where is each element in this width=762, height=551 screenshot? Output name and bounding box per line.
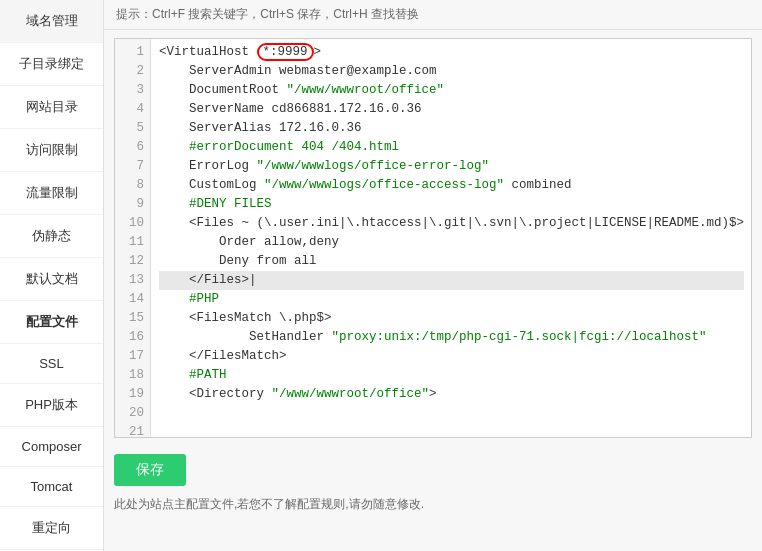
sidebar-item-fake-static[interactable]: 伪静态 <box>0 215 103 258</box>
line-number-2: 2 <box>121 62 144 81</box>
code-line-22: <Directory "/www/wwwroot/office"> <box>159 385 744 404</box>
hint-bar: 提示：Ctrl+F 搜索关键字，Ctrl+S 保存，Ctrl+H 查找替换 <box>104 0 762 30</box>
line-numbers: 12345678910111213141516171819202122 <box>115 39 151 438</box>
sidebar-item-website-dir[interactable]: 网站目录 <box>0 86 103 129</box>
main-content: 提示：Ctrl+F 搜索关键字，Ctrl+S 保存，Ctrl+H 查找替换 12… <box>104 0 762 551</box>
line-number-4: 4 <box>121 100 144 119</box>
bottom-bar: 保存 <box>104 446 762 490</box>
code-line-18: SetHandler "proxy:unix:/tmp/php-cgi-71.s… <box>159 328 744 347</box>
sidebar-item-tomcat[interactable]: Tomcat <box>0 467 103 507</box>
code-line-12: Order allow,deny <box>159 233 744 252</box>
code-lines[interactable]: <VirtualHost *:9999> ServerAdmin webmast… <box>151 39 752 438</box>
code-line-19: </FilesMatch> <box>159 347 744 366</box>
line-number-8: 8 <box>121 176 144 195</box>
code-line-7: ErrorLog "/www/wwwlogs/office-error-log" <box>159 157 744 176</box>
sidebar: 域名管理子目录绑定网站目录访问限制流量限制伪静态默认文档配置文件SSLPHP版本… <box>0 0 104 551</box>
code-line-13: Deny from all <box>159 252 744 271</box>
code-line-16: #PHP <box>159 290 744 309</box>
virtualhost-port: *:9999 <box>257 43 314 61</box>
code-line-6: #errorDocument 404 /404.html <box>159 138 744 157</box>
code-line-2: ServerAdmin webmaster@example.com <box>159 62 744 81</box>
line-number-11: 11 <box>121 233 144 252</box>
line-number-10: 10 <box>121 214 144 233</box>
line-number-3: 3 <box>121 81 144 100</box>
line-number-13: 13 <box>121 271 144 290</box>
sidebar-item-php-version[interactable]: PHP版本 <box>0 384 103 427</box>
code-line-10: #DENY FILES <box>159 195 744 214</box>
save-button[interactable]: 保存 <box>114 454 186 486</box>
footer-note-text: 此处为站点主配置文件,若您不了解配置规则,请勿随意修改. <box>114 497 424 511</box>
line-number-21: 21 <box>121 423 144 438</box>
sidebar-item-access-limit[interactable]: 访问限制 <box>0 129 103 172</box>
line-number-20: 20 <box>121 404 144 423</box>
line-number-12: 12 <box>121 252 144 271</box>
line-number-7: 7 <box>121 157 144 176</box>
sidebar-item-config-file[interactable]: 配置文件 <box>0 301 103 344</box>
code-editor[interactable]: 12345678910111213141516171819202122 <Vir… <box>114 38 752 438</box>
code-line-21: #PATH <box>159 366 744 385</box>
code-area: 12345678910111213141516171819202122 <Vir… <box>115 39 751 438</box>
code-line-14: </Files>| <box>159 271 744 290</box>
line-number-16: 16 <box>121 328 144 347</box>
sidebar-item-domain-manage[interactable]: 域名管理 <box>0 0 103 43</box>
sidebar-item-redirect[interactable]: 重定向 <box>0 507 103 550</box>
sidebar-item-ssl[interactable]: SSL <box>0 344 103 384</box>
code-line-3: DocumentRoot "/www/wwwroot/office" <box>159 81 744 100</box>
code-line-4: ServerName cd866881.172.16.0.36 <box>159 100 744 119</box>
hint-text: 提示：Ctrl+F 搜索关键字，Ctrl+S 保存，Ctrl+H 查找替换 <box>116 7 419 21</box>
line-number-5: 5 <box>121 119 144 138</box>
code-line-8: CustomLog "/www/wwwlogs/office-access-lo… <box>159 176 744 195</box>
sidebar-item-subdir-bind[interactable]: 子目录绑定 <box>0 43 103 86</box>
line-number-6: 6 <box>121 138 144 157</box>
footer-note: 此处为站点主配置文件,若您不了解配置规则,请勿随意修改. <box>104 490 762 519</box>
line-number-18: 18 <box>121 366 144 385</box>
sidebar-item-default-doc[interactable]: 默认文档 <box>0 258 103 301</box>
code-line-5: ServerAlias 172.16.0.36 <box>159 119 744 138</box>
code-line-1: <VirtualHost *:9999> <box>159 43 744 62</box>
line-number-15: 15 <box>121 309 144 328</box>
line-number-9: 9 <box>121 195 144 214</box>
line-number-1: 1 <box>121 43 144 62</box>
line-number-19: 19 <box>121 385 144 404</box>
code-line-17: <FilesMatch \.php$> <box>159 309 744 328</box>
line-number-17: 17 <box>121 347 144 366</box>
sidebar-item-traffic-limit[interactable]: 流量限制 <box>0 172 103 215</box>
line-number-14: 14 <box>121 290 144 309</box>
sidebar-item-composer[interactable]: Composer <box>0 427 103 467</box>
code-line-11: <Files ~ (\.user.ini|\.htaccess|\.git|\.… <box>159 214 744 233</box>
